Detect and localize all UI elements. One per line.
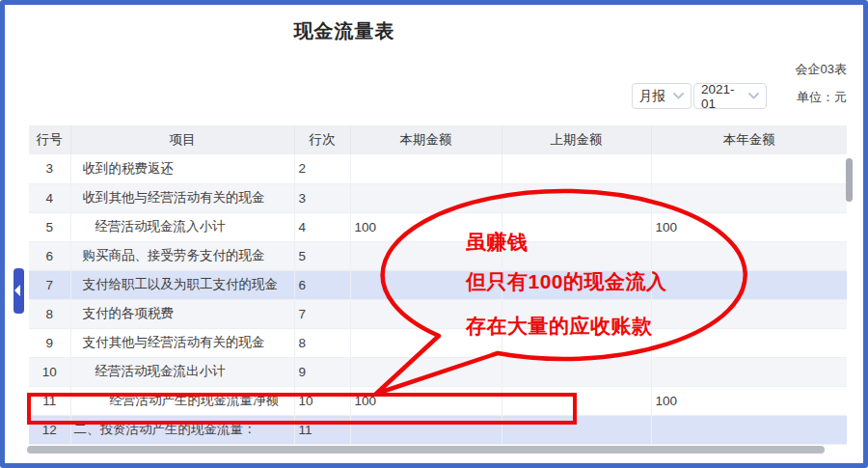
cell-prior-amount [502, 183, 651, 212]
table-row[interactable]: 7支付给职工以及为职工支付的现金6 [29, 270, 847, 299]
cell-year-amount [651, 328, 847, 357]
annotation-text-line: 虽赚钱 [466, 231, 529, 254]
cell-current-amount [350, 154, 502, 183]
cell-line-no: 5 [294, 241, 350, 270]
cell-row-no: 6 [29, 241, 70, 270]
cell-line-no: 6 [294, 270, 350, 299]
unit-label: 单位：元 [797, 89, 847, 106]
form-code-label: 会企03表 [796, 61, 847, 78]
cell-item: 收到其他与经营活动有关的现金 [70, 183, 294, 212]
cell-row-no: 4 [29, 183, 70, 212]
cell-item: 支付给职工以及为职工支付的现金 [70, 270, 294, 299]
col-header-year-amount: 本年金额 [651, 125, 847, 154]
cell-line-no: 8 [294, 328, 350, 357]
chevron-down-icon [748, 93, 759, 99]
cell-row-no: 10 [29, 357, 70, 386]
col-header-prior-amount: 上期金额 [502, 125, 651, 154]
cell-line-no: 4 [294, 212, 350, 241]
period-select[interactable]: 2021-01 [693, 83, 767, 109]
cell-row-no: 3 [29, 154, 70, 183]
col-header-row-no: 行号 [29, 125, 70, 154]
cell-prior-amount [502, 154, 651, 183]
page-title: 现金流量表 [229, 18, 460, 44]
table-row[interactable]: 8支付的各项税费7 [29, 299, 847, 328]
chevron-down-icon [673, 93, 684, 99]
cell-year-amount [651, 154, 847, 183]
cell-prior-amount [502, 357, 651, 386]
col-header-item: 项目 [70, 125, 294, 154]
cell-row-no: 7 [29, 270, 70, 299]
cell-item: 支付的各项税费 [70, 299, 294, 328]
cell-row-no: 5 [29, 212, 70, 241]
cell-year-amount [651, 415, 847, 444]
cell-year-amount [651, 357, 847, 386]
cell-current-amount [350, 183, 502, 212]
cell-item: 经营活动现金流出小计 [70, 357, 294, 386]
table-row[interactable]: 4收到其他与经营活动有关的现金3 [29, 183, 847, 212]
cell-year-amount [651, 241, 847, 270]
cell-year-amount: 100 [651, 212, 847, 241]
cell-item: 购买商品、接受劳务支付的现金 [70, 241, 294, 270]
cell-current-amount [350, 357, 502, 386]
cell-year-amount [651, 299, 847, 328]
arrow-left-icon [14, 285, 20, 296]
cell-item: 经营活动现金流入小计 [70, 212, 294, 241]
col-header-current-amount: 本期金额 [350, 125, 502, 154]
horizontal-scrollbar-thumb[interactable] [27, 446, 825, 454]
col-header-line-no: 行次 [294, 125, 350, 154]
cell-year-amount: 100 [651, 386, 847, 415]
left-collapse-handle[interactable] [14, 268, 24, 314]
cell-row-no: 8 [29, 299, 70, 328]
cell-item: 支付其他与经营活动有关的现金 [70, 328, 294, 357]
screen: 现金流量表 会企03表 月报 2021-01 单位：元 行号 项目 行次 本期金… [0, 0, 868, 468]
cell-line-no: 9 [294, 357, 350, 386]
cell-year-amount [651, 183, 847, 212]
cell-item: 收到的税费返还 [70, 154, 294, 183]
cell-line-no: 2 [294, 154, 350, 183]
cell-line-no: 3 [294, 183, 350, 212]
cell-line-no: 7 [294, 299, 350, 328]
table-row[interactable]: 5经营活动现金流入小计4100100 [29, 212, 847, 241]
vertical-scrollbar-thumb[interactable] [846, 158, 853, 202]
table-row[interactable]: 9支付其他与经营活动有关的现金8 [29, 328, 847, 357]
annotation-text-line: 存在大量的应收账款 [466, 315, 653, 338]
table-row[interactable]: 3收到的税费返还2 [29, 154, 847, 183]
report-type-value: 月报 [639, 88, 665, 105]
annotation-text-line: 但只有100的现金流入 [466, 270, 667, 293]
table-row[interactable]: 6购买商品、接受劳务支付的现金5 [29, 241, 847, 270]
cell-row-no: 9 [29, 328, 70, 357]
cell-year-amount [651, 270, 847, 299]
period-value: 2021-01 [701, 82, 745, 111]
annotation-highlight-box [27, 393, 577, 425]
report-type-select[interactable]: 月报 [632, 83, 692, 109]
table-header: 行号 项目 行次 本期金额 上期金额 本年金额 [29, 125, 847, 154]
table-row[interactable]: 10经营活动现金流出小计9 [29, 357, 847, 386]
